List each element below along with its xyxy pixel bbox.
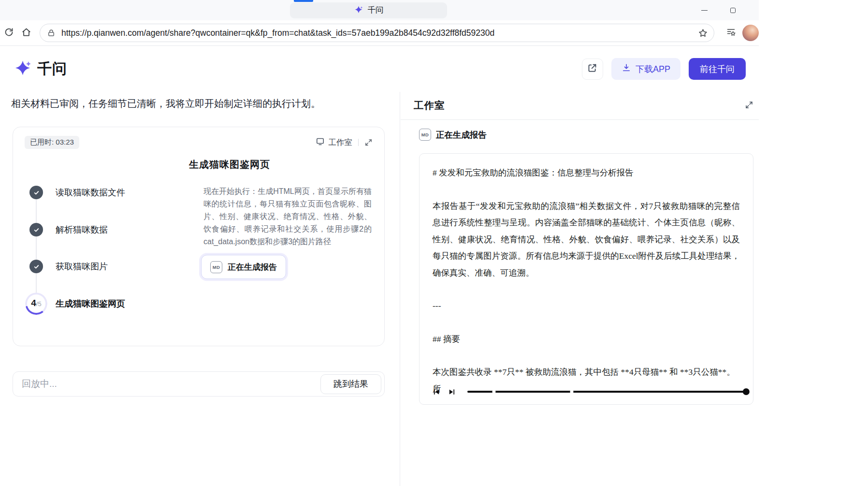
qianwen-logo: 千问 [13,59,67,79]
timeline-marker [570,390,573,394]
doc-heading-2: ## 摘要 [433,331,740,348]
open-external-button[interactable] [582,59,603,80]
doc-paragraph-1: 本报告基于“发发和元宝救助的流浪猫”相关数据文件，对7只被救助猫咪的完整信息进行… [433,198,740,281]
window-minimize-button[interactable] [693,0,715,20]
markdown-file-icon: MD [210,261,222,273]
window-maximize-button[interactable] [722,0,744,20]
doc-status-label: 正在生成报告 [436,129,487,141]
timeline-player [431,387,747,397]
site-info-icon[interactable] [47,29,56,37]
profile-avatar[interactable] [742,25,759,41]
home-button[interactable] [17,24,35,42]
favorites-star-lines-icon [726,27,736,39]
url-text: https://p.qianwen.com/agent/share?qwcont… [61,28,698,38]
task-step-current[interactable]: 生成猫咪图鉴网页 [56,298,125,309]
step-check-icon [29,223,43,236]
logo-text: 千问 [37,59,67,79]
step-connector [36,195,37,298]
skip-to-end-button[interactable] [447,387,457,397]
step-detail-text: 现在开始执行：生成HTML网页，首页显示所有猫咪的统计信息，每只猫有独立页面包含… [203,185,372,248]
workspace-link[interactable]: 工作室 [316,137,353,148]
download-icon [622,63,631,75]
jump-to-result-button[interactable]: 跳到结果 [320,374,381,394]
markdown-document: # 发发和元宝救助的流浪猫图鉴：信息整理与分析报告 本报告基于“发发和元宝救助的… [433,164,740,405]
browser-titlebar: 千问 [0,0,759,20]
step-check-icon [29,186,43,199]
skip-to-start-button[interactable] [431,387,441,397]
expand-icon [745,101,753,111]
generating-report-chip[interactable]: MD 正在生成报告 [201,255,286,279]
playback-status: 回放中... [22,378,57,390]
workspace-expand-button[interactable] [742,99,756,113]
qianwen-logo-icon [13,59,32,79]
header-actions: 下载APP 前往千问 [582,58,746,80]
reload-icon [4,27,14,39]
step-progress-total: /5 [36,300,42,308]
goto-qianwen-button[interactable]: 前往千问 [689,58,746,80]
chat-panel: 相关材料已审阅，任务细节已清晰，我将立即开始制定详细的执行计划。 已用时: 03… [0,92,400,486]
expand-icon [364,138,373,147]
document-preview: # 发发和元宝救助的流浪猫图鉴：信息整理与分析报告 本报告基于“发发和元宝救助的… [419,153,753,405]
doc-status: MD 正在生成报告 [419,129,487,141]
task-card: 已用时: 03:23 工作室 生成猫咪图鉴网页 读取猫咪数据文件 [13,127,385,346]
maximize-icon [730,8,736,13]
step-progress-ring: 4/5 [25,293,47,315]
minimize-icon [701,10,708,11]
task-step[interactable]: 获取猫咪图片 [56,261,108,272]
bookmark-star-button[interactable] [698,28,708,38]
workspace-header: 工作室 [401,92,759,120]
timeline-playhead[interactable] [743,388,750,395]
browser-toolbar: https://p.qianwen.com/agent/share?qwcont… [0,20,759,46]
download-app-button[interactable]: 下载APP [611,58,680,80]
task-step[interactable]: 读取猫咪数据文件 [56,187,125,198]
step-check-icon [29,260,43,273]
skip-to-start-icon [432,388,440,396]
address-bar[interactable]: https://p.qianwen.com/agent/share?qwcont… [40,24,714,42]
task-step[interactable]: 解析猫咪数据 [56,224,108,236]
doc-heading-1: # 发发和元宝救助的流浪猫图鉴：信息整理与分析报告 [433,164,740,181]
timeline-marker [492,390,495,394]
workspace-title: 工作室 [414,99,445,112]
star-icon [698,28,708,38]
workspace-link-label: 工作室 [329,137,353,148]
elapsed-badge: 已用时: 03:23 [25,136,79,149]
step-progress-current: 4 [31,298,36,309]
markdown-file-icon: MD [419,129,431,141]
assistant-message: 相关材料已审阅，任务细节已清晰，我将立即开始制定详细的执行计划。 [11,97,369,110]
doc-divider: --- [433,297,740,314]
external-link-icon [587,63,597,75]
home-icon [21,27,31,39]
workspace-panel: 工作室 MD 正在生成报告 # 发发和元宝救助的流浪猫图鉴：信息整理与分析报告 … [401,92,759,486]
qianwen-favicon-icon [354,5,363,15]
favorites-button[interactable] [722,24,739,42]
skip-to-end-icon [448,388,456,396]
screen: 千问 https://p.qianwen.com/agent/share?qwc… [0,0,868,486]
task-card-toolbar: 工作室 [316,137,373,148]
generating-report-label: 正在生成报告 [228,262,277,273]
tab-title: 千问 [368,5,384,15]
download-app-label: 下载APP [636,63,670,75]
playback-bar: 回放中... 跳到结果 [13,371,385,397]
toolbar-divider [358,139,359,146]
expand-card-button[interactable] [364,138,373,147]
reload-button[interactable] [0,24,17,42]
tab-title-area: 千问 [290,0,447,20]
timeline-track[interactable] [467,391,747,393]
page-header: 千问 下载APP 前往千问 [0,46,759,92]
main-content: 相关材料已审阅，任务细节已清晰，我将立即开始制定详细的执行计划。 已用时: 03… [0,92,759,486]
monitor-icon [316,137,325,148]
task-title: 生成猫咪图鉴网页 [189,158,270,171]
